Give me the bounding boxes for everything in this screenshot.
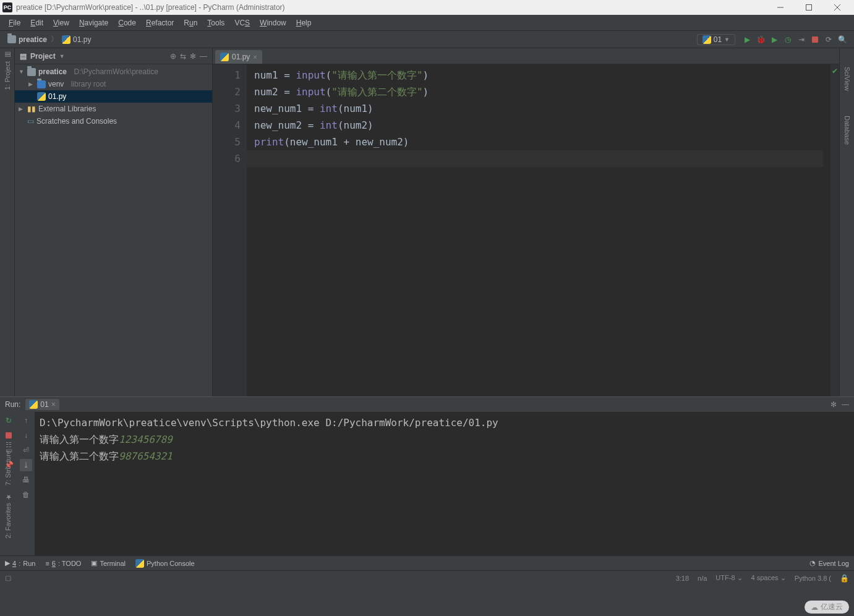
status-quick-icon[interactable]: ▢ — [5, 574, 11, 582]
run-config-label: 01 — [714, 35, 722, 44]
bottom-tool-bar: ▶ 4: Run ≡ 6: TODO ▣ Terminal Python Con… — [0, 555, 854, 570]
tool-database-tab[interactable]: Database — [843, 116, 851, 145]
maximize-button[interactable] — [795, 0, 823, 15]
breadcrumb-file-label: 01.py — [73, 35, 91, 44]
caret-down-icon[interactable]: ▼ — [19, 69, 25, 75]
chevron-right-icon: 〉 — [49, 34, 59, 45]
tab-label: 01.py — [232, 53, 250, 61]
chevron-down-icon: ▼ — [724, 36, 730, 43]
update-project-button[interactable]: ⟳ — [823, 34, 834, 45]
navigation-row: preatice 〉 01.py 01 ▼ ▶ 🐞 ▶ ◷ ⇥ ⟳ 🔍 — [0, 31, 854, 48]
line-gutter: 1 2 3 4 5 6 — [213, 64, 247, 396]
window-titlebar: PC preatice [D:\PycharmWork\preatice] - … — [0, 0, 854, 15]
soft-wrap-button[interactable]: ⏎ — [20, 444, 32, 456]
caret-right-icon[interactable]: ▶ — [28, 81, 35, 87]
print-button[interactable]: 🖶 — [20, 474, 32, 486]
code-content[interactable]: num1 = input("请输入第一个数字") num2 = input("请… — [247, 64, 831, 396]
status-interpreter[interactable]: Python 3.8 ( — [795, 575, 831, 582]
cloud-icon: ☁ — [811, 603, 818, 612]
project-panel: ▤Project ▼ ⊕ ⇆ ✻ — ▼ preatice D:\Pycharm… — [15, 48, 213, 396]
close-button[interactable] — [823, 0, 852, 15]
menu-navigate[interactable]: Navigate — [74, 17, 113, 29]
scroll-to-end-button[interactable]: ⤓ — [20, 459, 32, 471]
bottom-terminal-tab[interactable]: ▣ Terminal — [91, 559, 126, 567]
hide-panel-icon[interactable]: — — [200, 52, 207, 61]
breadcrumb-root[interactable]: preatice — [5, 35, 49, 44]
lock-icon[interactable]: 🔒 — [840, 574, 849, 583]
tool-sciview-tab[interactable]: SciView — [843, 67, 851, 91]
run-config-selector[interactable]: 01 ▼ — [697, 34, 735, 45]
menu-code[interactable]: Code — [113, 17, 141, 29]
console-output[interactable]: D:\PycharmWork\preatice\venv\Scripts\pyt… — [35, 412, 854, 555]
scratches-icon: ▭ — [27, 117, 34, 126]
attach-button[interactable]: ⇥ — [796, 34, 807, 45]
chevron-down-icon[interactable]: ▼ — [59, 53, 65, 59]
status-encoding[interactable]: UTF-8 ⌄ — [715, 574, 742, 582]
search-everywhere-button[interactable]: 🔍 — [837, 34, 848, 45]
hide-panel-icon[interactable]: — — [842, 400, 849, 409]
menu-run[interactable]: Run — [179, 17, 202, 29]
tree-extlib-label: External Libraries — [38, 105, 96, 113]
status-caret-pos[interactable]: 3:18 — [676, 575, 689, 582]
bottom-eventlog-tab[interactable]: ◔ Event Log — [809, 559, 849, 567]
run-button[interactable]: ▶ — [741, 34, 753, 45]
tab-01py[interactable]: 01.py × — [215, 50, 262, 64]
svg-rect-1 — [806, 5, 812, 11]
bottom-todo-tab[interactable]: ≡ 6: TODO — [45, 560, 81, 567]
minimize-button[interactable] — [766, 0, 795, 15]
tree-venv[interactable]: ▶ venv library root — [15, 78, 212, 90]
breadcrumb-file[interactable]: 01.py — [59, 35, 93, 44]
tree-file-label: 01.py — [48, 92, 66, 101]
window-title: preatice [D:\PycharmWork\preatice] - ..\… — [16, 3, 285, 12]
close-icon[interactable]: × — [51, 400, 56, 409]
bottom-run-tab[interactable]: ▶ 4: Run — [5, 559, 35, 567]
folder-icon — [7, 35, 16, 43]
left-tool-strip: 1: Project ▤ — [0, 48, 15, 396]
clear-button[interactable]: 🗑 — [20, 489, 32, 501]
tool-structure-tab[interactable]: 7: Structure ☷ — [4, 438, 12, 488]
close-icon[interactable]: × — [253, 53, 257, 61]
tree-external-libraries[interactable]: ▶ ▮▮ External Libraries — [15, 103, 212, 115]
console-prompt1: 请输入第一个数字 — [40, 434, 119, 445]
menu-refactor[interactable]: Refactor — [141, 17, 179, 29]
expand-all-icon[interactable]: ⇆ — [180, 52, 186, 61]
tree-file-01py[interactable]: 01.py — [15, 90, 212, 103]
python-file-icon — [135, 559, 144, 568]
tree-scratches[interactable]: ▭ Scratches and Consoles — [15, 115, 212, 127]
locate-icon[interactable]: ⊕ — [170, 52, 176, 61]
menu-tools[interactable]: Tools — [202, 17, 229, 29]
debug-button[interactable]: 🐞 — [755, 34, 766, 45]
down-button[interactable]: ↓ — [20, 429, 32, 442]
run-panel: Run: 01 × ✻ — ↻ ▭ 📌 ↑ ↓ ⏎ ⤓ 🖶 🗑 D:\Pycha… — [0, 396, 854, 555]
up-button[interactable]: ↑ — [20, 414, 32, 427]
menu-file[interactable]: File — [4, 17, 25, 29]
tool-project-tab[interactable]: 1: Project ▤ — [3, 51, 11, 90]
menu-view[interactable]: View — [48, 17, 74, 29]
menu-edit[interactable]: Edit — [25, 17, 48, 29]
project-tree[interactable]: ▼ preatice D:\PycharmWork\preatice ▶ ven… — [15, 64, 212, 396]
python-file-icon — [29, 400, 38, 409]
menu-window[interactable]: Window — [255, 17, 291, 29]
run-coverage-button[interactable]: ▶ — [769, 34, 780, 45]
tree-root[interactable]: ▼ preatice D:\PycharmWork\preatice — [15, 66, 212, 78]
rerun-button[interactable]: ↻ — [2, 414, 15, 427]
library-icon: ▮▮ — [27, 105, 36, 113]
inspection-ok-icon[interactable]: ✔ — [831, 64, 839, 75]
watermark: ☁ 亿速云 — [805, 601, 849, 614]
code-editor[interactable]: 1 2 3 4 5 6 num1 = input("请输入第一个数字") num… — [213, 64, 839, 396]
menu-vcs[interactable]: VCS — [229, 17, 255, 29]
tool-favorites-tab[interactable]: 2: Favorites ★ — [4, 490, 12, 541]
profile-button[interactable]: ◷ — [782, 34, 793, 45]
menu-help[interactable]: Help — [291, 17, 317, 29]
stop-button[interactable] — [809, 34, 821, 45]
tree-root-label: preatice — [38, 67, 67, 76]
bottom-pyconsole-tab[interactable]: Python Console — [135, 559, 195, 568]
status-bar: ▢ 3:18 n/a UTF-8 ⌄ 4 spaces ⌄ Python 3.8… — [0, 570, 854, 585]
gear-icon[interactable]: ✻ — [831, 400, 837, 409]
status-line-sep[interactable]: n/a — [698, 575, 707, 582]
status-indent[interactable]: 4 spaces ⌄ — [751, 574, 786, 582]
caret-right-icon[interactable]: ▶ — [19, 106, 25, 112]
run-tab-01[interactable]: 01 × — [25, 399, 59, 410]
gear-icon[interactable]: ✻ — [190, 52, 196, 61]
python-file-icon — [702, 35, 711, 44]
